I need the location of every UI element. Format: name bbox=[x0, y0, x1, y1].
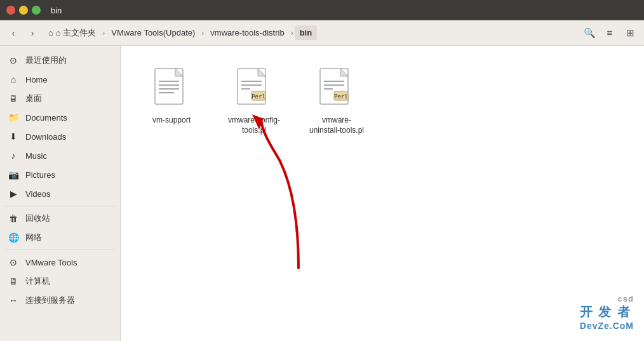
documents-icon: 📁 bbox=[8, 112, 19, 123]
watermark-sub: DevZe.CoM bbox=[580, 321, 634, 331]
toolbar: ‹ › ⌂ ⌂ 主文件夹 › VMware Tools(Update) › vm… bbox=[0, 20, 644, 46]
sidebar-item-connect[interactable]: ↔ 连接到服务器 bbox=[0, 291, 120, 310]
sidebar-label-recent: 最近使用的 bbox=[25, 55, 67, 66]
file-name-vmware-uninstall: vmware-uninstall-tools.pl bbox=[307, 116, 366, 135]
sidebar-label-vmware: VMware Tools bbox=[25, 258, 77, 267]
file-area: vm-support Perl bbox=[121, 46, 644, 341]
breadcrumb: ⌂ ⌂ 主文件夹 › VMware Tools(Update) › vmware… bbox=[43, 25, 578, 41]
file-icon-vmware-config: Perl bbox=[235, 67, 273, 112]
maximize-button[interactable] bbox=[32, 6, 41, 15]
connect-icon: ↔ bbox=[8, 295, 19, 306]
sidebar-item-vmware[interactable]: ⊙ VMware Tools bbox=[0, 253, 120, 272]
home-icon: ⌂ bbox=[8, 74, 19, 85]
sidebar-label-downloads: Downloads bbox=[25, 132, 66, 142]
music-icon: ♪ bbox=[8, 150, 19, 161]
recent-icon: ⊙ bbox=[8, 55, 19, 66]
sidebar-item-desktop[interactable]: 🖥 桌面 bbox=[0, 89, 120, 108]
window-title: bin bbox=[51, 6, 62, 15]
sidebar-item-videos[interactable]: ▶ Videos bbox=[0, 184, 120, 203]
sidebar-label-computer: 计算机 bbox=[25, 276, 50, 287]
file-name-vmware-config: vmware-config-tools.pl bbox=[225, 116, 283, 135]
search-button[interactable]: 🔍 bbox=[580, 24, 598, 42]
breadcrumb-distrib[interactable]: vmware-tools-distrib bbox=[205, 25, 289, 40]
main-layout: ⊙ 最近使用的 ⌂ Home 🖥 桌面 📁 Documents ⬇ Downlo… bbox=[0, 46, 644, 341]
breadcrumb-sep-3: › bbox=[291, 29, 293, 37]
breadcrumb-sep-1: › bbox=[102, 29, 105, 37]
watermark: csd 开 发 者 DevZe.CoM bbox=[580, 294, 634, 331]
network-icon: 🌐 bbox=[8, 232, 19, 243]
grid-view-button[interactable]: ⊞ bbox=[621, 24, 639, 42]
home-icon: ⌂ bbox=[48, 28, 53, 37]
file-grid: vm-support Perl bbox=[133, 58, 631, 144]
svg-text:Perl: Perl bbox=[334, 93, 348, 100]
sidebar-label-desktop: 桌面 bbox=[25, 93, 42, 104]
close-button[interactable] bbox=[6, 6, 15, 15]
sidebar-label-music: Music bbox=[25, 151, 47, 161]
pictures-icon: 📷 bbox=[8, 169, 19, 180]
back-button[interactable]: ‹ bbox=[5, 25, 22, 41]
file-icon-vm-support bbox=[152, 67, 191, 112]
file-item-vmware-uninstall[interactable]: Perl vmware-uninstall-tools.pl bbox=[305, 65, 368, 138]
sidebar-label-network: 网络 bbox=[25, 232, 42, 243]
sidebar-label-videos: Videos bbox=[25, 189, 51, 199]
list-view-icon: ≡ bbox=[607, 27, 613, 38]
sidebar-label-documents: Documents bbox=[25, 113, 67, 123]
toolbar-right: 🔍 ≡ ⊞ bbox=[580, 24, 639, 42]
sidebar-label-trash: 回收站 bbox=[25, 213, 50, 224]
title-bar: bin bbox=[0, 0, 644, 20]
search-icon: 🔍 bbox=[584, 27, 596, 39]
file-name-vm-support: vm-support bbox=[152, 116, 191, 126]
sidebar-label-pictures: Pictures bbox=[25, 170, 55, 180]
vmware-icon: ⊙ bbox=[8, 257, 19, 268]
trash-icon: 🗑 bbox=[8, 213, 19, 224]
sidebar-divider-1 bbox=[5, 206, 115, 206]
sidebar: ⊙ 最近使用的 ⌂ Home 🖥 桌面 📁 Documents ⬇ Downlo… bbox=[0, 46, 121, 341]
sidebar-item-recent[interactable]: ⊙ 最近使用的 bbox=[0, 51, 120, 70]
sidebar-item-documents[interactable]: 📁 Documents bbox=[0, 108, 120, 127]
file-icon-vmware-uninstall: Perl bbox=[318, 67, 356, 112]
sidebar-label-home: Home bbox=[25, 75, 48, 84]
watermark-prefix: csd bbox=[580, 294, 634, 304]
computer-icon: 🖥 bbox=[8, 276, 19, 287]
sidebar-item-network[interactable]: 🌐 网络 bbox=[0, 228, 120, 247]
file-item-vmware-config[interactable]: Perl vmware-config-tools.pl bbox=[222, 65, 286, 138]
svg-text:Perl: Perl bbox=[252, 93, 265, 100]
sidebar-divider-2 bbox=[5, 250, 115, 250]
breadcrumb-sep-2: › bbox=[201, 29, 204, 37]
window-controls bbox=[6, 6, 41, 15]
downloads-icon: ⬇ bbox=[8, 131, 19, 142]
sidebar-item-downloads[interactable]: ⬇ Downloads bbox=[0, 127, 120, 146]
grid-view-icon: ⊞ bbox=[626, 27, 634, 39]
forward-button[interactable]: › bbox=[24, 25, 41, 41]
sidebar-item-computer[interactable]: 🖥 计算机 bbox=[0, 272, 120, 291]
breadcrumb-bin[interactable]: bin bbox=[295, 25, 318, 40]
sidebar-item-home[interactable]: ⌂ Home bbox=[0, 70, 120, 89]
breadcrumb-home[interactable]: ⌂ ⌂ 主文件夹 bbox=[43, 25, 101, 41]
videos-icon: ▶ bbox=[8, 188, 19, 199]
list-view-button[interactable]: ≡ bbox=[601, 24, 619, 42]
minimize-button[interactable] bbox=[19, 6, 28, 15]
watermark-main: 开 发 者 bbox=[580, 304, 634, 321]
sidebar-label-connect: 连接到服务器 bbox=[25, 295, 75, 306]
sidebar-item-pictures[interactable]: 📷 Pictures bbox=[0, 165, 120, 184]
sidebar-item-trash[interactable]: 🗑 回收站 bbox=[0, 209, 120, 228]
desktop-icon: 🖥 bbox=[8, 93, 19, 104]
breadcrumb-vmwaretools[interactable]: VMware Tools(Update) bbox=[106, 25, 200, 40]
sidebar-item-music[interactable]: ♪ Music bbox=[0, 146, 120, 165]
file-item-vm-support[interactable]: vm-support bbox=[140, 65, 203, 128]
